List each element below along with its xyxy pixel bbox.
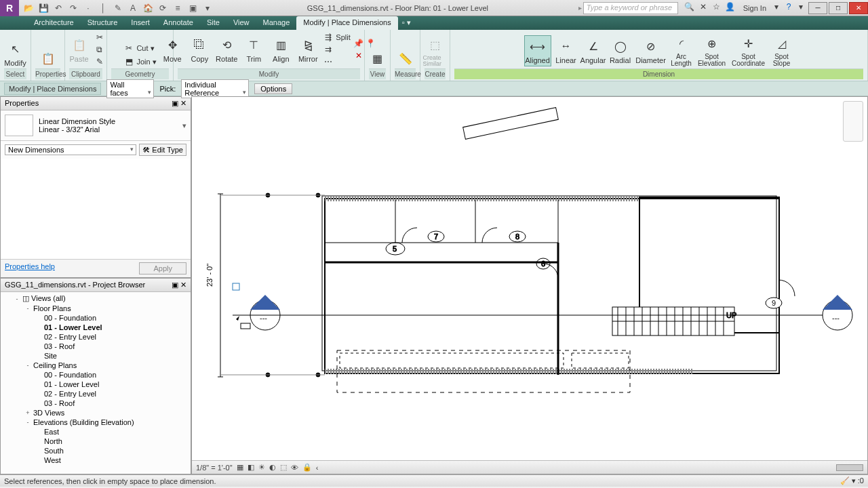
pick-select[interactable]: Individual Reference bbox=[181, 79, 249, 98]
tree-item[interactable]: -Elevations (Building Elevation) bbox=[2, 418, 189, 427]
maximize-button[interactable]: □ bbox=[829, 2, 848, 14]
elevation-marker-left[interactable]: --- bbox=[250, 295, 280, 330]
tree-item[interactable]: 00 - Foundation bbox=[2, 313, 189, 323]
mirror-button[interactable]: ⧎Mirror bbox=[296, 36, 320, 63]
qat-print-icon[interactable]: · bbox=[81, 1, 95, 15]
qat-dropdown-icon[interactable]: ▾ bbox=[201, 1, 214, 15]
type-dropdown-icon[interactable]: ▾ bbox=[182, 121, 186, 130]
cut-clip-icon[interactable]: ✂ bbox=[94, 32, 105, 43]
qat-save-icon[interactable]: 💾 bbox=[37, 1, 50, 15]
tab-modify-place-dimensions[interactable]: Modify | Place Dimensions bbox=[296, 16, 397, 30]
key-icon[interactable]: ☆ bbox=[711, 2, 723, 14]
tab-site[interactable]: Site bbox=[200, 16, 226, 30]
minimize-button[interactable]: ─ bbox=[808, 2, 827, 14]
rotate-button[interactable]: ⟲Rotate bbox=[214, 36, 239, 63]
diameter-dimension-button[interactable]: ⊘Diameter bbox=[635, 37, 667, 64]
user-icon[interactable]: 👤 bbox=[724, 2, 736, 14]
spot-elevation-button[interactable]: ⊕Spot Elevation bbox=[696, 35, 728, 67]
align-button[interactable]: ▥Align bbox=[269, 36, 293, 63]
tab-manage[interactable]: Manage bbox=[256, 16, 297, 30]
tree-item[interactable]: North bbox=[2, 436, 189, 446]
tree-item[interactable]: 02 - Entry Level bbox=[2, 332, 189, 342]
apply-button[interactable]: Apply bbox=[139, 262, 186, 274]
category-select[interactable]: New Dimensions bbox=[5, 144, 136, 155]
scroll-thumb[interactable] bbox=[836, 464, 863, 471]
properties-help-link[interactable]: Properties help bbox=[5, 262, 55, 274]
visual-style-icon[interactable]: ◧ bbox=[248, 463, 254, 472]
trim-button[interactable]: ⊤Trim bbox=[241, 36, 266, 63]
join-geometry-button[interactable]: ⬒Join ▾ bbox=[123, 56, 156, 67]
reveal-icon[interactable]: ‹ bbox=[316, 464, 319, 472]
subscription-icon[interactable]: 🔍 bbox=[684, 2, 696, 14]
aligned-dimension-button[interactable]: ⟷Aligned bbox=[524, 35, 551, 66]
crop-visible-icon[interactable]: 👁 bbox=[291, 464, 298, 472]
move-button[interactable]: ✥Move bbox=[160, 36, 184, 63]
exchange-icon[interactable]: ✕ bbox=[697, 2, 709, 14]
tree-item[interactable]: South bbox=[2, 446, 189, 455]
qat-close-icon[interactable]: ≡ bbox=[171, 1, 184, 15]
copy-button[interactable]: ⿻Copy bbox=[187, 36, 212, 63]
match-clip-icon[interactable]: ✎ bbox=[94, 56, 105, 67]
canvas-viewport[interactable]: 23' - 0" --- bbox=[191, 96, 868, 474]
pin-icon[interactable]: 📌 bbox=[353, 38, 364, 49]
options-button[interactable]: Options bbox=[254, 83, 292, 94]
modify-tool-button[interactable]: ↖Modify bbox=[3, 40, 28, 67]
tab-architecture[interactable]: Architecture bbox=[27, 16, 81, 30]
edit-type-button[interactable]: 🛠Edit Type bbox=[139, 144, 186, 156]
tree-item[interactable]: 02 - Entry Level bbox=[2, 389, 189, 399]
split-button[interactable]: ⇶Split bbox=[323, 32, 350, 43]
radial-dimension-button[interactable]: ◯Radial bbox=[608, 37, 633, 64]
array-icon[interactable]: ⋯ bbox=[323, 56, 350, 67]
tree-toggle-icon[interactable]: - bbox=[24, 305, 32, 312]
linear-dimension-button[interactable]: ↔Linear bbox=[554, 37, 578, 64]
browser-tree[interactable]: -◫ Views (all)-Floor Plans00 - Foundatio… bbox=[1, 292, 191, 466]
qat-open-icon[interactable]: 📂 bbox=[22, 1, 35, 15]
tab-structure[interactable]: Structure bbox=[81, 16, 125, 30]
close-button[interactable]: ✕ bbox=[849, 2, 868, 14]
tree-item[interactable]: 00 - Foundation bbox=[2, 370, 189, 380]
search-input[interactable]: Type a keyword or phrase bbox=[583, 2, 678, 14]
measure-button[interactable]: 📏 bbox=[393, 49, 418, 67]
detail-level-icon[interactable]: ▦ bbox=[237, 463, 243, 472]
cut-geometry-button[interactable]: ✂Cut ▾ bbox=[123, 43, 154, 54]
tree-toggle-icon[interactable]: - bbox=[13, 296, 21, 302]
create-similar-button[interactable]: ⬚Create Similar bbox=[423, 36, 448, 67]
type-selector[interactable]: Linear Dimension Style Linear - 3/32" Ar… bbox=[1, 110, 191, 141]
qat-sync-icon[interactable]: ⟳ bbox=[156, 1, 170, 15]
wall-faces-select[interactable]: Wall faces bbox=[106, 79, 154, 98]
status-filter-icon[interactable]: 🧹 ▾ :0 bbox=[840, 476, 864, 485]
scale-display[interactable]: 1/8" = 1'-0" bbox=[196, 464, 233, 472]
tab-annotate[interactable]: Annotate bbox=[157, 16, 200, 30]
tree-item[interactable]: -◫ Views (all) bbox=[2, 293, 189, 304]
qat-3d-icon[interactable]: 🏠 bbox=[141, 1, 155, 15]
delete-icon[interactable]: ✕ bbox=[353, 50, 364, 61]
tree-item[interactable]: +3D Views bbox=[2, 408, 189, 418]
qat-undo-icon[interactable]: ↶ bbox=[52, 1, 65, 15]
tab-insert[interactable]: Insert bbox=[124, 16, 157, 30]
qat-match-icon[interactable]: ✎ bbox=[111, 1, 125, 15]
sun-path-icon[interactable]: ☀ bbox=[258, 463, 265, 472]
properties-button[interactable]: 📋 bbox=[36, 49, 60, 67]
tree-item[interactable]: East bbox=[2, 427, 189, 436]
spot-slope-button[interactable]: ◿Spot Slope bbox=[770, 35, 794, 67]
arc-length-button[interactable]: ◜Arc Length bbox=[669, 35, 694, 67]
paste-button[interactable]: 📋Paste bbox=[67, 36, 92, 63]
qat-redo-icon[interactable]: ↷ bbox=[66, 1, 80, 15]
tree-item[interactable]: 01 - Lower Level bbox=[2, 323, 189, 332]
tree-toggle-icon[interactable]: + bbox=[24, 409, 32, 416]
tree-item[interactable]: West bbox=[2, 455, 189, 465]
spot-coordinate-button[interactable]: ✛Spot Coordinate bbox=[730, 35, 767, 67]
help-dropdown-icon[interactable]: ▾ bbox=[795, 2, 807, 14]
copy-clip-icon[interactable]: ⧉ bbox=[94, 44, 105, 55]
tab-view[interactable]: View bbox=[226, 16, 256, 30]
properties-close-icon[interactable]: ▣ ✕ bbox=[172, 99, 186, 108]
offset-icon[interactable]: ⇉ bbox=[323, 44, 350, 55]
tree-item[interactable]: 03 - Roof bbox=[2, 399, 189, 408]
tree-toggle-icon[interactable]: - bbox=[24, 362, 32, 369]
browser-close-icon[interactable]: ▣ ✕ bbox=[172, 281, 186, 289]
crop-icon[interactable]: ⬚ bbox=[280, 463, 287, 472]
tree-item[interactable]: 03 - Roof bbox=[2, 342, 189, 351]
view-button[interactable]: ▦ bbox=[366, 49, 390, 67]
lock-icon[interactable]: 🔒 bbox=[302, 463, 312, 472]
qat-switch-icon[interactable]: ▣ bbox=[186, 1, 199, 15]
